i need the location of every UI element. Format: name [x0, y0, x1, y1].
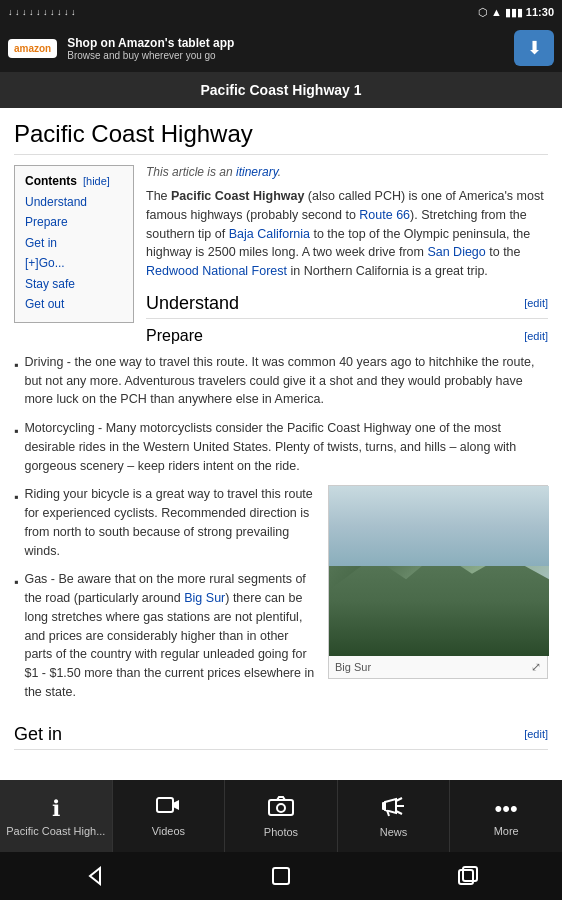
bluetooth-icon: ⬡	[478, 6, 488, 19]
photo-image	[329, 486, 549, 656]
amazon-banner-text: Shop on Amazon's tablet app Browse and b…	[67, 36, 504, 61]
get-in-edit-link[interactable]: [edit]	[524, 728, 548, 740]
recent-apps-button[interactable]	[448, 856, 488, 896]
driving-text: Driving - the one way to travel this rou…	[24, 353, 548, 409]
content-area[interactable]: Pacific Coast Highway Contents [hide] Un…	[0, 108, 562, 780]
redwood-link[interactable]: Redwood National Forest	[146, 264, 287, 278]
toc-header: Contents [hide]	[25, 174, 123, 188]
get-in-heading: Get in	[14, 724, 62, 745]
nav-label-photos: Photos	[264, 826, 298, 838]
list-item: ▪ Gas - Be aware that on the more rural …	[14, 570, 318, 701]
app-header: Pacific Coast Highway 1	[0, 72, 562, 108]
bigsur-link[interactable]: Big Sur	[184, 591, 225, 605]
sandiego-link[interactable]: San Diego	[427, 245, 485, 259]
get-in-section-header: Get in [edit]	[14, 724, 548, 750]
time-display: 11:30	[526, 6, 554, 18]
amazon-banner-subtitle: Browse and buy wherever you go	[67, 50, 504, 61]
prepare-section-header: Prepare [edit]	[146, 327, 548, 345]
more-icon: •••	[495, 796, 518, 822]
notification-icons: ↓ ↓ ↓ ↓ ↓ ↓ ↓ ↓ ↓ ↓	[8, 7, 76, 17]
info-icon: ℹ	[52, 796, 60, 822]
video-icon	[156, 796, 180, 822]
bullet-icon: ▪	[14, 573, 18, 701]
understand-section-header: Understand [edit]	[146, 293, 548, 319]
bullet-icon: ▪	[14, 356, 18, 409]
itinerary-link[interactable]: itinerary	[236, 165, 278, 179]
baja-link[interactable]: Baja California	[229, 227, 310, 241]
gas-text: Gas - Be aware that on the more rural se…	[24, 570, 318, 701]
svg-marker-10	[90, 868, 100, 884]
bullet-icon: ▪	[14, 488, 18, 560]
bottom-nav: ℹ Pacific Coast High... Videos Photos	[0, 780, 562, 852]
toc-item-get-out[interactable]: Get out	[25, 294, 123, 314]
nav-item-news[interactable]: News	[338, 780, 451, 852]
table-of-contents: Contents [hide] Understand Prepare Get i…	[14, 165, 134, 323]
bullet-icon: ▪	[14, 422, 18, 475]
status-bar: ↓ ↓ ↓ ↓ ↓ ↓ ↓ ↓ ↓ ↓ ⬡ ▲ ▮▮▮ 11:30	[0, 0, 562, 24]
back-button[interactable]	[74, 856, 114, 896]
toc-title: Contents	[25, 174, 77, 188]
toc-item-get-in[interactable]: Get in	[25, 233, 123, 253]
article-intro: The Pacific Coast Highway (also called P…	[146, 187, 548, 281]
status-bar-notifications: ↓ ↓ ↓ ↓ ↓ ↓ ↓ ↓ ↓ ↓	[8, 7, 76, 17]
prepare-list: ▪ Driving - the one way to travel this r…	[14, 353, 548, 712]
nav-label-pacific-coast: Pacific Coast High...	[6, 825, 105, 837]
prepare-content: ▪ Driving - the one way to travel this r…	[14, 353, 548, 712]
list-item: ▪ Motorcycling - Many motorcyclists cons…	[14, 419, 548, 475]
motorcycling-text: Motorcycling - Many motorcyclists consid…	[24, 419, 548, 475]
page-title: Pacific Coast Highway	[14, 120, 548, 155]
amazon-banner[interactable]: amazon Shop on Amazon's tablet app Brows…	[0, 24, 562, 72]
understand-edit-link[interactable]: [edit]	[524, 297, 548, 309]
download-icon: ⬇	[527, 37, 542, 59]
photo-box[interactable]: Big Sur ⤢	[328, 485, 548, 679]
camera-icon	[268, 795, 294, 823]
toc-item-prepare[interactable]: Prepare	[25, 212, 123, 232]
nav-item-pacific-coast[interactable]: ℹ Pacific Coast High...	[0, 780, 113, 852]
svg-rect-11	[273, 868, 289, 884]
wifi-icon: ▲	[491, 6, 502, 18]
toc-item-understand[interactable]: Understand	[25, 192, 123, 212]
list-item: ▪ Riding your bicycle is a great way to …	[14, 485, 318, 560]
photo-caption-bar: Big Sur ⤢	[329, 656, 547, 678]
expand-icon[interactable]: ⤢	[531, 660, 541, 674]
svg-point-3	[277, 804, 285, 812]
amazon-logo: amazon	[8, 39, 57, 58]
nav-item-more[interactable]: ••• More	[450, 780, 562, 852]
status-bar-system-icons: ⬡ ▲ ▮▮▮ 11:30	[478, 6, 554, 19]
route66-link[interactable]: Route 66	[359, 208, 410, 222]
prepare-edit-link[interactable]: [edit]	[524, 330, 548, 342]
svg-rect-5	[382, 802, 386, 810]
svg-rect-0	[157, 798, 173, 812]
amazon-download-button[interactable]: ⬇	[514, 30, 554, 66]
toc-item-stay-safe[interactable]: Stay safe	[25, 274, 123, 294]
toc-item-go[interactable]: [+]Go...	[25, 253, 123, 273]
prepare-heading: Prepare	[146, 327, 203, 345]
prepare-section: Prepare [edit] ▪ Driving - the one way t…	[14, 327, 548, 712]
nav-label-videos: Videos	[152, 825, 185, 837]
cycling-text: Riding your bicycle is a great way to tr…	[24, 485, 318, 560]
battery-icon: ▮▮▮	[505, 6, 523, 19]
nav-item-photos[interactable]: Photos	[225, 780, 338, 852]
toc-hide-button[interactable]: [hide]	[83, 175, 110, 187]
understand-heading: Understand	[146, 293, 239, 314]
app-header-title: Pacific Coast Highway 1	[200, 82, 361, 98]
nav-label-more: More	[494, 825, 519, 837]
nav-label-news: News	[380, 826, 408, 838]
home-button[interactable]	[261, 856, 301, 896]
nav-item-videos[interactable]: Videos	[113, 780, 226, 852]
photo-caption-text: Big Sur	[335, 661, 371, 673]
list-item: ▪ Driving - the one way to travel this r…	[14, 353, 548, 409]
megaphone-icon	[382, 795, 406, 823]
amazon-banner-title: Shop on Amazon's tablet app	[67, 36, 504, 50]
system-nav	[0, 852, 562, 900]
